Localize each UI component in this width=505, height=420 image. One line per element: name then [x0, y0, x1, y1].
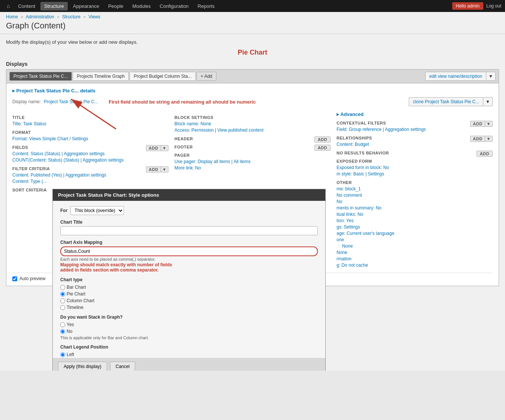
legend-left: Left — [60, 352, 318, 357]
stack-row: Do you want Stack in Graph? Yes No This … — [60, 315, 318, 340]
fields-add-dropdown[interactable]: ▼ — [161, 145, 168, 151]
language-value: age: Current user's language — [337, 231, 493, 236]
contextual-add-dropdown[interactable]: ▼ — [485, 121, 493, 127]
access-value: Access: Permission | View published cont… — [174, 128, 331, 133]
apply-button[interactable]: Apply (this display) — [58, 362, 107, 371]
right-column: ▸ Advanced CONTEXTUAL FILTERS Add ▼ Fiel… — [337, 111, 493, 269]
machine-name-value: me: block_1 — [337, 186, 493, 191]
contextual-filters-value: Field: Group reference | Aggregation set… — [337, 127, 493, 132]
contextual-add-btn[interactable]: Add — [470, 121, 484, 127]
format-value: Format: Views Simple Chart / Settings — [12, 136, 168, 141]
fields-item-1: Content: Status (Status) | Aggregation s… — [12, 151, 168, 156]
filter-header: FILTER CRITERIA Add ▼ — [12, 166, 168, 171]
contextual-filters-header: CONTEXTUAL FILTERS Add ▼ — [337, 121, 493, 125]
cache-none-value: : None — [337, 243, 493, 249]
caching-label-value: one — [337, 237, 493, 242]
fields-add-btn[interactable]: Add — [146, 145, 160, 151]
legend-left-radio[interactable] — [60, 352, 65, 357]
chart-type-timeline: Timeline — [60, 305, 318, 310]
legend-row: Chart Legend Position Left — [60, 344, 318, 357]
use-aggregation-value: tion: Yes — [337, 218, 493, 223]
chart-type-pie: Pie Chart — [60, 291, 318, 297]
stack-yes-radio[interactable] — [60, 322, 65, 327]
chart-type-timeline-radio[interactable] — [60, 305, 65, 310]
filter-add-dropdown[interactable]: ▼ — [161, 166, 168, 172]
stack-header: Do you want Stack in Graph? — [60, 315, 318, 320]
user-greeting: Hello admin — [452, 2, 483, 10]
tab-project-budget[interactable]: Project Budget Column Sta... — [130, 72, 196, 81]
chart-type-bar-radio[interactable] — [60, 285, 65, 290]
displays-tabs: Project Task Status Pie C... Projects Ti… — [6, 69, 499, 83]
page-title: Graph (Content) — [6, 21, 499, 34]
breadcrumb-structure[interactable]: Structure — [62, 14, 80, 19]
cancel-button[interactable]: Cancel — [110, 362, 135, 371]
modal-body: For This block (override) Chart Title Ch… — [53, 201, 325, 358]
fields-header: FIELDS Add ▼ — [12, 145, 168, 150]
title-link[interactable]: Task Status — [23, 121, 46, 126]
filter-add-btn[interactable]: Add — [146, 166, 160, 172]
relationships-header: RELATIONSHIPS Add ▼ — [337, 136, 493, 140]
query-settings-value: gs: Settings — [337, 224, 493, 230]
chart-title-input[interactable] — [60, 226, 318, 235]
tab-project-task-status[interactable]: Project Task Status Pie C... — [9, 72, 72, 81]
nav-reports[interactable]: Reports — [194, 2, 219, 10]
auto-preview-checkbox[interactable] — [12, 276, 17, 281]
no-results-header: NO RESULTS BEHAVIOR Add — [337, 151, 493, 155]
format-link[interactable]: Views Simple Chart — [29, 136, 68, 141]
chart-title-label: Chart Title — [60, 220, 318, 225]
for-row: For This block (override) — [60, 206, 318, 215]
legend-header: Chart Legend Position — [60, 344, 318, 350]
chart-axis-label: Chart Axis Mapping — [60, 240, 318, 245]
home-icon[interactable]: ⌂ — [4, 3, 13, 9]
breadcrumb-views[interactable]: Views — [88, 14, 100, 19]
add-display-button[interactable]: + Add — [197, 72, 216, 81]
for-select[interactable]: This block (override) — [70, 206, 124, 215]
stack-no-radio[interactable] — [60, 329, 65, 334]
chart-title-row: Chart Title — [60, 220, 318, 235]
filter-item-1: Content: Published (Yes) | Aggregation s… — [12, 172, 168, 178]
logout-link[interactable]: Log out — [486, 3, 501, 9]
hide-attachments-value: ments in summary: No — [337, 205, 493, 211]
relationships-add-dropdown[interactable]: ▼ — [485, 136, 493, 142]
filter-item-2: Content: Type (... — [12, 179, 168, 184]
tab-projects-timeline[interactable]: Projects Timeline Graph — [73, 72, 129, 81]
modal-footer: Apply (this display) Cancel — [53, 358, 325, 371]
more-link-value: More link: No — [174, 165, 331, 171]
page-description: Modify the display(s) of your view below… — [6, 39, 499, 45]
nav-appearance[interactable]: Appearance — [69, 2, 103, 10]
relationships-add-btn[interactable]: Add — [470, 136, 484, 142]
edit-view-name-link[interactable]: edit view name/description — [425, 72, 486, 81]
format-settings-link[interactable]: Settings — [72, 136, 88, 141]
for-label: For — [60, 208, 67, 213]
chart-type-column-radio[interactable] — [60, 298, 65, 303]
nav-people[interactable]: People — [104, 2, 127, 10]
footer-add-btn[interactable]: Add — [314, 145, 331, 151]
nav-content[interactable]: Content — [14, 2, 39, 10]
title-value: Title: Task Status — [12, 121, 168, 126]
no-results-add-btn[interactable]: Add — [477, 151, 493, 157]
relationships-value: Content: Budget — [337, 142, 493, 147]
edit-view-name-area: edit view name/description ▼ — [425, 72, 496, 81]
use-pager-value: Use pager: Display all items | All items — [174, 159, 331, 164]
clone-button[interactable]: clone Project Task Status Pie C... — [409, 97, 483, 106]
axis-hint: Each axis need to be placed as comma(,) … — [60, 257, 318, 261]
stack-yes: Yes — [60, 322, 318, 327]
header-add-btn[interactable]: Add — [314, 137, 331, 142]
stack-note: This is applicable only for Bar and Colu… — [60, 335, 318, 340]
fields-item-2: COUNT(Content: Status) (Status) | Aggreg… — [12, 157, 168, 163]
pie-chart-title: Pie Chart — [6, 49, 499, 56]
breadcrumb-home[interactable]: Home — [6, 14, 18, 19]
contextual-links-value: itual links: No — [337, 212, 493, 217]
nav-configuration[interactable]: Configuration — [156, 2, 192, 10]
nav-structure[interactable]: Structure — [40, 2, 68, 10]
chart-axis-input[interactable] — [60, 246, 318, 256]
stack-no: No — [60, 329, 318, 334]
block-settings-header: BLOCK SETTINGS — [174, 115, 331, 120]
clone-dropdown[interactable]: ▼ — [483, 97, 493, 106]
display-name-value[interactable]: Project Task Status Pie C... — [44, 99, 98, 104]
breadcrumb-administration[interactable]: Administration — [26, 14, 54, 19]
edit-view-name-dropdown[interactable]: ▼ — [486, 72, 496, 81]
exposed-form-block: Exposed form in block: No — [337, 165, 493, 170]
chart-type-pie-radio[interactable] — [60, 292, 65, 297]
nav-modules[interactable]: Modules — [128, 2, 154, 10]
